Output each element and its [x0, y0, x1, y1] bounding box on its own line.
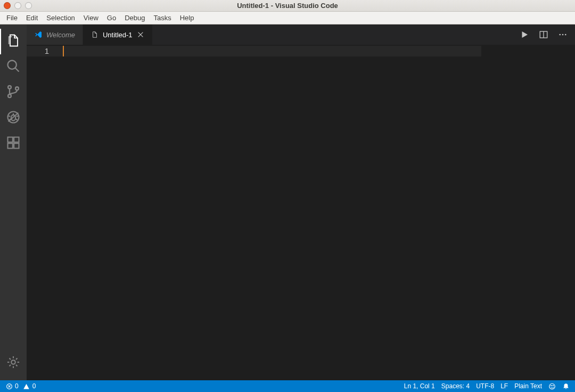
menu-selection[interactable]: Selection: [42, 13, 79, 23]
svg-point-22: [559, 34, 561, 36]
window-maximize-button[interactable]: [25, 2, 32, 9]
menu-help[interactable]: Help: [176, 13, 199, 23]
current-line[interactable]: [63, 46, 481, 56]
files-icon: [6, 33, 21, 50]
status-line-col[interactable]: Ln 1, Col 1: [401, 382, 438, 390]
svg-point-24: [565, 34, 566, 36]
activity-source-control[interactable]: [0, 80, 27, 105]
svg-rect-14: [8, 143, 13, 148]
menu-debug[interactable]: Debug: [120, 13, 149, 23]
activity-settings[interactable]: [0, 350, 27, 376]
svg-point-0: [8, 61, 17, 69]
window-minimize-button[interactable]: [14, 2, 21, 9]
main-area: Welcome Untitled-1: [0, 24, 575, 380]
line-number: 1: [27, 46, 63, 56]
split-editor-icon[interactable]: [538, 29, 549, 40]
extensions-icon: [6, 135, 21, 152]
window-close-button[interactable]: [4, 2, 11, 9]
status-bar: 0 0 Ln 1, Col 1 Spaces: 4 UTF-8 LF Plain…: [0, 380, 575, 392]
svg-point-23: [562, 34, 564, 36]
git-branch-icon: [6, 84, 21, 101]
svg-point-17: [11, 360, 15, 364]
menu-view[interactable]: View: [79, 13, 103, 23]
activity-bar: [0, 24, 27, 380]
status-indent[interactable]: Spaces: 4: [438, 382, 473, 390]
svg-point-4: [15, 87, 19, 90]
run-icon[interactable]: [519, 29, 530, 40]
window-title: Untitled-1 - Visual Studio Code: [0, 2, 575, 10]
file-icon: [91, 30, 99, 39]
menu-bar: File Edit Selection View Go Debug Tasks …: [0, 12, 575, 24]
search-icon: [6, 59, 21, 76]
menu-file[interactable]: File: [2, 13, 22, 23]
close-icon[interactable]: [136, 30, 145, 39]
svg-rect-16: [14, 137, 19, 142]
tab-actions: [519, 24, 575, 45]
window-controls: [0, 2, 32, 9]
activity-debug[interactable]: [0, 105, 27, 131]
svg-point-29: [551, 385, 552, 386]
status-warnings-count: 0: [32, 382, 36, 390]
editor[interactable]: 1: [27, 45, 575, 380]
svg-line-8: [9, 116, 10, 117]
tab-untitled-label: Untitled-1: [103, 31, 133, 39]
status-feedback[interactable]: [545, 382, 559, 390]
svg-line-1: [15, 68, 19, 72]
svg-point-3: [8, 94, 11, 97]
status-errors-count: 0: [15, 382, 19, 390]
svg-point-28: [549, 383, 555, 389]
activity-explorer[interactable]: [0, 29, 27, 54]
status-language[interactable]: Plain Text: [511, 382, 545, 390]
svg-point-2: [8, 86, 11, 89]
tab-bar: Welcome Untitled-1: [27, 24, 575, 45]
warning-icon: [23, 382, 30, 390]
vscode-icon: [34, 30, 43, 39]
status-notifications[interactable]: [559, 382, 573, 390]
status-eol[interactable]: LF: [497, 382, 511, 390]
svg-point-30: [553, 385, 553, 386]
tab-untitled[interactable]: Untitled-1: [83, 24, 153, 45]
activity-search[interactable]: [0, 54, 27, 80]
menu-edit[interactable]: Edit: [22, 13, 42, 23]
menu-go[interactable]: Go: [103, 13, 120, 23]
bell-icon: [562, 382, 570, 390]
activity-extensions[interactable]: [0, 131, 27, 157]
svg-line-9: [17, 116, 18, 117]
minimap[interactable]: [528, 45, 575, 380]
svg-rect-15: [14, 143, 19, 148]
more-icon[interactable]: [557, 29, 569, 40]
status-encoding[interactable]: UTF-8: [473, 382, 497, 390]
menu-tasks[interactable]: Tasks: [149, 13, 175, 23]
tab-welcome[interactable]: Welcome: [27, 24, 83, 45]
editor-group: Welcome Untitled-1: [27, 24, 575, 380]
svg-line-11: [16, 119, 18, 120]
tab-welcome-label: Welcome: [46, 31, 75, 39]
debug-icon: [6, 110, 21, 127]
gutter: 1: [27, 45, 63, 380]
status-problems[interactable]: 0 0: [2, 380, 39, 392]
error-icon: [5, 382, 13, 390]
os-titlebar: Untitled-1 - Visual Studio Code: [0, 0, 575, 12]
svg-rect-13: [8, 137, 13, 142]
editor-content[interactable]: [63, 45, 528, 380]
smiley-icon: [548, 382, 556, 390]
gear-icon: [6, 355, 21, 372]
